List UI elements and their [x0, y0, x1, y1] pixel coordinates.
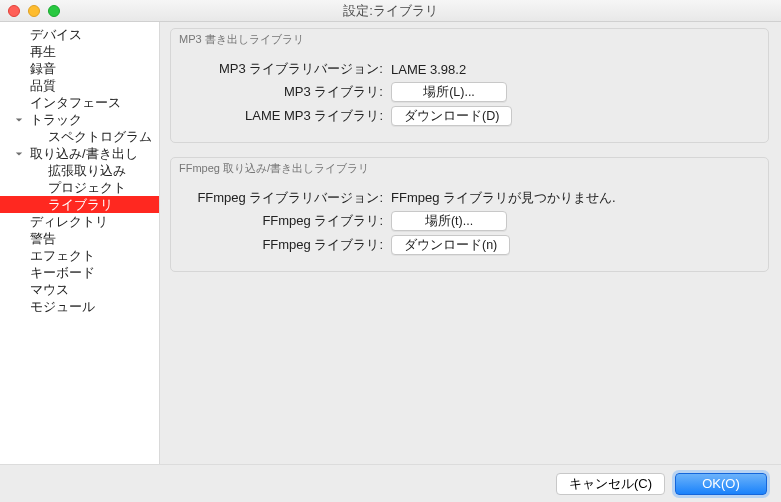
sidebar-item-keyboard[interactable]: キーボード — [0, 264, 159, 281]
sidebar-item-tracks[interactable]: トラック — [0, 111, 159, 128]
ffmpeg-download-label: FFmpeg ライブラリ: — [181, 236, 391, 254]
ffmpeg-download-button[interactable]: ダウンロード(n) — [391, 235, 510, 255]
ffmpeg-version-value: FFmpeg ライブラリが見つかりません. — [391, 189, 616, 207]
ok-button[interactable]: OK(O) — [675, 473, 767, 495]
group-ffmpeg: FFmpeg 取り込み/書き出しライブラリ FFmpeg ライブラリバージョン:… — [170, 157, 769, 272]
sidebar-item-quality[interactable]: 品質 — [0, 77, 159, 94]
sidebar-item-ext-import[interactable]: 拡張取り込み — [0, 162, 159, 179]
sidebar-item-modules[interactable]: モジュール — [0, 298, 159, 315]
mp3-version-value: LAME 3.98.2 — [391, 62, 466, 77]
sidebar-item-directories[interactable]: ディレクトリ — [0, 213, 159, 230]
sidebar-item-recording[interactable]: 録音 — [0, 60, 159, 77]
main-panel: MP3 書き出しライブラリ MP3 ライブラリバージョン: LAME 3.98.… — [160, 22, 781, 464]
cancel-button[interactable]: キャンセル(C) — [556, 473, 665, 495]
sidebar-item-device[interactable]: デバイス — [0, 26, 159, 43]
sidebar-item-interface[interactable]: インタフェース — [0, 94, 159, 111]
sidebar: デバイス 再生 録音 品質 インタフェース トラック スペクトログラム 取り込み… — [0, 22, 160, 464]
footer: キャンセル(C) OK(O) — [0, 464, 781, 502]
window-title: 設定:ライブラリ — [0, 2, 781, 20]
group-ffmpeg-title: FFmpeg 取り込み/書き出しライブラリ — [171, 158, 768, 177]
sidebar-item-libraries[interactable]: ライブラリ — [0, 196, 159, 213]
group-mp3-title: MP3 書き出しライブラリ — [171, 29, 768, 48]
sidebar-item-mouse[interactable]: マウス — [0, 281, 159, 298]
mp3-lib-label: MP3 ライブラリ: — [181, 83, 391, 101]
chevron-down-icon — [14, 116, 24, 124]
ffmpeg-lib-label: FFmpeg ライブラリ: — [181, 212, 391, 230]
sidebar-item-effects[interactable]: エフェクト — [0, 247, 159, 264]
mp3-download-button[interactable]: ダウンロード(D) — [391, 106, 512, 126]
group-mp3: MP3 書き出しライブラリ MP3 ライブラリバージョン: LAME 3.98.… — [170, 28, 769, 143]
sidebar-item-spectrogram[interactable]: スペクトログラム — [0, 128, 159, 145]
sidebar-item-import-export[interactable]: 取り込み/書き出し — [0, 145, 159, 162]
sidebar-item-warnings[interactable]: 警告 — [0, 230, 159, 247]
ffmpeg-version-label: FFmpeg ライブラリバージョン: — [181, 189, 391, 207]
sidebar-item-project[interactable]: プロジェクト — [0, 179, 159, 196]
mp3-locate-button[interactable]: 場所(L)... — [391, 82, 507, 102]
content: デバイス 再生 録音 品質 インタフェース トラック スペクトログラム 取り込み… — [0, 22, 781, 464]
mp3-download-label: LAME MP3 ライブラリ: — [181, 107, 391, 125]
sidebar-item-playback[interactable]: 再生 — [0, 43, 159, 60]
mp3-version-label: MP3 ライブラリバージョン: — [181, 60, 391, 78]
chevron-down-icon — [14, 150, 24, 158]
titlebar: 設定:ライブラリ — [0, 0, 781, 22]
ffmpeg-locate-button[interactable]: 場所(t)... — [391, 211, 507, 231]
